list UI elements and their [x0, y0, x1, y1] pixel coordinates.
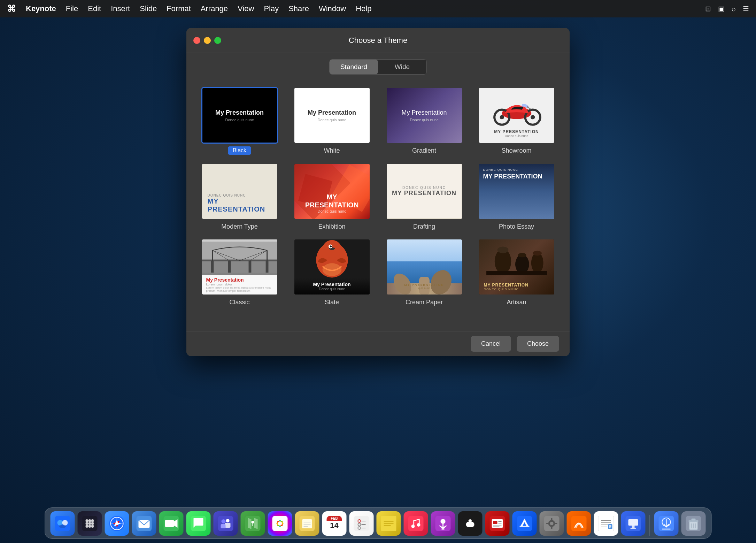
- dock-item-news[interactable]: [485, 511, 510, 536]
- theme-thumb-modern-type[interactable]: DONEC QUIS NUNC MY PRESENTATION: [201, 163, 278, 220]
- menu-slide[interactable]: Slide: [140, 4, 157, 13]
- svg-rect-113: [517, 516, 532, 531]
- menu-view[interactable]: View: [238, 4, 254, 13]
- theme-item-exhibition[interactable]: MY PRESENTATION Donec quis nunc Exhibiti…: [289, 163, 375, 230]
- dock-item-reeder[interactable]: [567, 511, 591, 536]
- dialog-titlebar: Choose a Theme: [186, 28, 570, 53]
- svg-point-49: [91, 525, 94, 528]
- calendar-date: 14: [330, 521, 338, 530]
- wide-button[interactable]: Wide: [378, 60, 426, 74]
- dock-item-music[interactable]: [404, 511, 428, 536]
- artisan-sub: DONEC QUIS NUNC: [484, 288, 549, 291]
- dock-item-stickies[interactable]: [377, 511, 401, 536]
- menu-play[interactable]: Play: [264, 4, 279, 13]
- dock-item-appletv[interactable]: [458, 511, 483, 536]
- choose-button[interactable]: Choose: [517, 336, 559, 352]
- standard-button[interactable]: Standard: [330, 60, 378, 74]
- dock-item-maps[interactable]: [241, 511, 265, 536]
- theme-grid: My Presentation Donec quis nunc Black My…: [197, 84, 559, 309]
- dock-item-appstore[interactable]: [512, 511, 537, 536]
- stickies-icon: [381, 516, 396, 531]
- dock-item-keynote[interactable]: [621, 511, 646, 536]
- menu-share[interactable]: Share: [288, 4, 309, 13]
- theme-thumb-gradient[interactable]: My Presentation Donec quis nunc: [386, 87, 463, 144]
- dock-item-podcasts[interactable]: [431, 511, 455, 536]
- theme-thumb-showroom[interactable]: MY PRESENTATION Donec quis nunc: [478, 87, 555, 144]
- app-menu-keynote[interactable]: Keynote: [26, 4, 56, 13]
- dock-item-textedit[interactable]: [594, 511, 618, 536]
- aspect-ratio-selector[interactable]: Standard Wide: [329, 59, 427, 75]
- control-center-icon[interactable]: ☰: [743, 5, 749, 13]
- theme-thumb-cream-paper[interactable]: MY PRESENTATION quis nunc: [386, 239, 463, 295]
- theme-item-slate[interactable]: My Presentation Donec quis nunc Slate: [289, 239, 375, 306]
- dock: FEB 14: [45, 507, 712, 539]
- theme-thumb-classic[interactable]: My Presentation Lorem ipsum dolor Lorem …: [201, 239, 278, 295]
- close-button[interactable]: [193, 37, 200, 44]
- showroom-sub: Donec quis nunc: [494, 134, 539, 138]
- downloads-icon: [659, 516, 674, 531]
- drafting-small: DONEC QUIS NUNC: [402, 186, 446, 190]
- cancel-button[interactable]: Cancel: [471, 336, 511, 352]
- dock-item-facetime[interactable]: [159, 511, 184, 536]
- theme-item-modern-type[interactable]: DONEC QUIS NUNC MY PRESENTATION Modern T…: [197, 163, 282, 230]
- svg-point-47: [86, 525, 88, 528]
- traffic-lights: [193, 37, 221, 44]
- slate-title: My Presentation: [298, 282, 366, 287]
- dock-item-finder[interactable]: [51, 511, 75, 536]
- menu-edit[interactable]: Edit: [88, 4, 101, 13]
- theme-thumb-photo-essay[interactable]: DONEC QUIS NUNC MY PRESENTATION: [478, 163, 555, 220]
- svg-point-42: [88, 519, 91, 522]
- svg-rect-133: [628, 519, 638, 526]
- svg-point-65: [222, 519, 226, 523]
- dock-item-downloads[interactable]: [654, 511, 679, 536]
- drafting-title: MY PRESENTATION: [392, 190, 456, 197]
- dock-item-reminders[interactable]: [349, 511, 374, 536]
- screen-mirror-icon[interactable]: ▣: [718, 5, 725, 13]
- menu-help[interactable]: Help: [356, 4, 371, 13]
- svg-point-39: [59, 525, 66, 528]
- dock-item-launchpad[interactable]: [78, 511, 102, 536]
- menu-window[interactable]: Window: [319, 4, 346, 13]
- theme-item-artisan[interactable]: MY PRESENTATION DONEC QUIS NUNC Artisan: [474, 239, 559, 306]
- menu-insert[interactable]: Insert: [111, 4, 130, 13]
- theme-item-classic[interactable]: My Presentation Lorem ipsum dolor Lorem …: [197, 239, 282, 306]
- svg-point-4: [500, 115, 504, 119]
- theme-item-showroom[interactable]: MY PRESENTATION Donec quis nunc Showroom: [474, 87, 559, 155]
- minimize-button[interactable]: [204, 37, 211, 44]
- theme-item-drafting[interactable]: DONEC QUIS NUNC MY PRESENTATION Drafting: [381, 163, 467, 230]
- gradient-theme-title: My Presentation: [401, 109, 447, 116]
- svg-point-2: [531, 115, 535, 119]
- dock-item-notes[interactable]: [295, 511, 319, 536]
- theme-item-cream-paper[interactable]: MY PRESENTATION quis nunc Cream Paper: [381, 239, 467, 306]
- menu-format[interactable]: Format: [167, 4, 191, 13]
- theme-thumb-black[interactable]: My Presentation Donec quis nunc: [201, 87, 278, 144]
- dock-item-mail[interactable]: [132, 511, 156, 536]
- dock-item-messages[interactable]: [186, 511, 211, 536]
- theme-thumb-white[interactable]: My Presentation Donec quis nunc: [294, 87, 370, 144]
- search-icon[interactable]: ⌕: [732, 5, 736, 13]
- svg-point-46: [91, 522, 94, 525]
- theme-thumb-slate[interactable]: My Presentation Donec quis nunc: [294, 239, 370, 295]
- theme-item-photo-essay[interactable]: DONEC QUIS NUNC MY PRESENTATION Photo Es…: [474, 163, 559, 230]
- theme-item-white[interactable]: My Presentation Donec quis nunc White: [289, 87, 375, 155]
- theme-item-black[interactable]: My Presentation Donec quis nunc Black: [197, 87, 282, 155]
- theme-thumb-exhibition[interactable]: MY PRESENTATION Donec quis nunc: [294, 163, 370, 220]
- theme-item-gradient[interactable]: My Presentation Donec quis nunc Gradient: [381, 87, 467, 155]
- svg-point-43: [91, 519, 94, 522]
- theme-thumb-artisan[interactable]: MY PRESENTATION DONEC QUIS NUNC: [478, 239, 555, 295]
- apple-menu[interactable]: ⌘: [7, 3, 16, 14]
- svg-rect-119: [551, 526, 553, 529]
- dock-item-photos[interactable]: [268, 511, 292, 536]
- dock-item-msteams[interactable]: [214, 511, 238, 536]
- dock-item-calendar[interactable]: FEB 14: [322, 511, 347, 536]
- bridge-svg: [202, 242, 277, 273]
- theme-grid-container[interactable]: My Presentation Donec quis nunc Black My…: [186, 80, 570, 331]
- dock-item-system-preferences[interactable]: [540, 511, 564, 536]
- maximize-button[interactable]: [214, 37, 221, 44]
- dock-item-trash[interactable]: [681, 511, 706, 536]
- menu-file[interactable]: File: [66, 4, 78, 13]
- menu-arrange[interactable]: Arrange: [201, 4, 228, 13]
- airplay-icon[interactable]: ⊡: [705, 5, 711, 13]
- dock-item-safari[interactable]: [105, 511, 129, 536]
- theme-thumb-drafting[interactable]: DONEC QUIS NUNC MY PRESENTATION: [386, 163, 463, 220]
